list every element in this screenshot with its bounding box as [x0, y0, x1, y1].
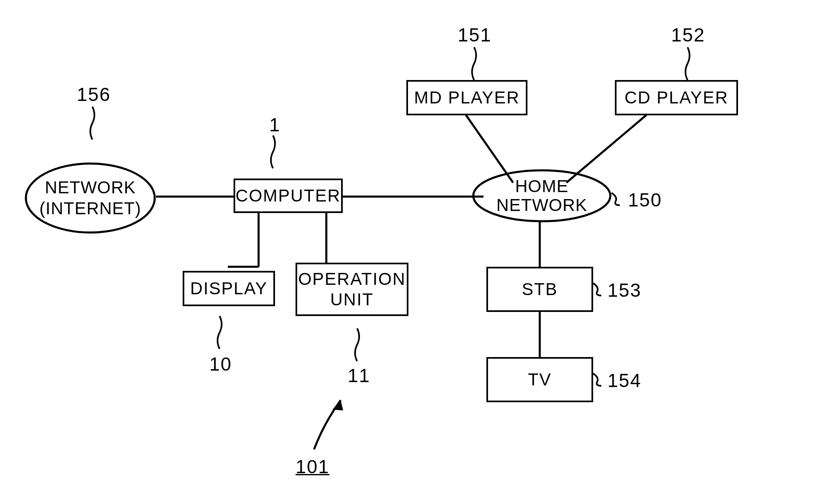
operation-unit-label: OPERATION UNIT [298, 269, 406, 310]
ref-1: 1 [269, 114, 281, 136]
ref-153: 153 [607, 279, 642, 301]
network-internet-node: NETWORK (INTERNET) [25, 162, 156, 234]
cd-player-node: CD PLAYER [615, 80, 738, 115]
network-internet-label: NETWORK (INTERNET) [39, 177, 141, 219]
stb-label: STB [522, 279, 558, 299]
ref-151: 151 [458, 24, 492, 46]
md-player-label: MD PLAYER [414, 88, 520, 108]
home-network-node: HOME NETWORK [472, 169, 612, 222]
computer-label: COMPUTER [236, 186, 341, 206]
ref-11: 11 [348, 364, 370, 387]
cd-player-label: CD PLAYER [625, 88, 729, 108]
svg-marker-10 [332, 400, 343, 410]
home-network-label: HOME NETWORK [496, 177, 587, 215]
ref-152: 152 [671, 24, 705, 46]
display-node: DISPLAY [183, 271, 275, 306]
ref-101: 101 [296, 456, 330, 478]
md-player-node: MD PLAYER [406, 80, 527, 115]
display-label: DISPLAY [190, 279, 267, 298]
tv-label: TV [528, 370, 552, 389]
stb-node: STB [486, 267, 593, 312]
connector-lines [0, 0, 816, 504]
ref-156: 156 [77, 83, 111, 105]
tv-node: TV [486, 357, 593, 402]
ref-150: 150 [628, 189, 662, 211]
computer-node: COMPUTER [234, 179, 343, 213]
ref-10: 10 [209, 353, 232, 375]
ref-154: 154 [607, 369, 642, 392]
operation-unit-node: OPERATION UNIT [296, 263, 408, 316]
